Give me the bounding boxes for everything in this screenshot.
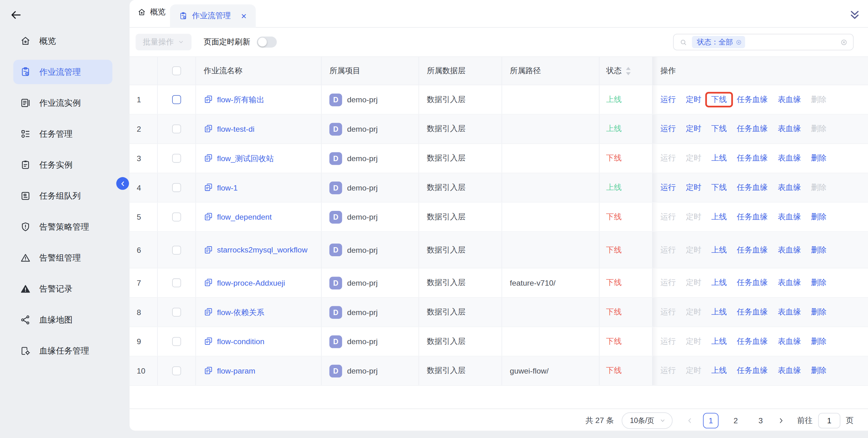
next-page-button[interactable] (777, 417, 785, 425)
page-size-select[interactable]: 10条/页 (622, 412, 673, 429)
action-offline[interactable]: 下线 (711, 95, 727, 103)
remove-filter-icon[interactable] (735, 38, 742, 46)
sidebar-item-task-group-queue[interactable]: 任务组队列 (13, 184, 112, 208)
double-chevron-down-icon[interactable] (848, 9, 861, 21)
workflow-name-link[interactable]: starrocks2mysql_workflow (217, 244, 308, 256)
action-schedule[interactable]: 定时 (686, 124, 702, 134)
row-checkbox[interactable] (172, 125, 181, 133)
action-table-lineage[interactable]: 表血缘 (778, 245, 801, 255)
action-online[interactable]: 上线 (711, 337, 727, 347)
action-task-lineage[interactable]: 任务血缘 (737, 337, 768, 347)
action-task-lineage[interactable]: 任务血缘 (737, 278, 768, 288)
doc-gear-icon (20, 345, 31, 356)
sidebar-item-workflow-management[interactable]: 作业流管理 (13, 60, 112, 84)
workflow-name-link[interactable]: flow-依赖关系 (217, 307, 265, 318)
row-checkbox[interactable] (172, 308, 181, 317)
action-offline[interactable]: 下线 (711, 124, 727, 134)
action-task-lineage[interactable]: 任务血缘 (737, 183, 768, 193)
sort-icon[interactable] (625, 66, 631, 75)
action-schedule: 定时 (686, 337, 702, 347)
tab-workflow-management[interactable]: 作业流管理 ✕ (170, 4, 256, 28)
workflow-name-link[interactable]: flow-param (217, 365, 256, 376)
workflow-name-link[interactable]: flow_dependent (217, 212, 272, 223)
header-index (129, 57, 158, 85)
page-button-2[interactable]: 2 (728, 413, 743, 429)
row-checkbox[interactable] (172, 212, 181, 221)
action-task-lineage[interactable]: 任务血缘 (737, 124, 768, 134)
auto-refresh-toggle[interactable] (257, 37, 277, 48)
action-delete[interactable]: 删除 (811, 153, 827, 163)
action-offline[interactable]: 下线 (711, 183, 727, 193)
search-input[interactable]: 状态：全部 (673, 34, 854, 51)
action-delete[interactable]: 删除 (811, 307, 827, 317)
sidebar-item-task-instances[interactable]: 任务实例 (13, 153, 112, 177)
action-table-lineage[interactable]: 表血缘 (778, 183, 801, 193)
workflow-name-link[interactable]: flow-test-di (217, 123, 255, 134)
workflow-name-link[interactable]: flow-proce-Addxueji (217, 277, 285, 288)
sidebar-item-overview[interactable]: 概览 (13, 29, 112, 53)
action-run[interactable]: 运行 (660, 183, 676, 193)
row-checkbox[interactable] (172, 183, 181, 192)
sidebar-item-workflow-instances[interactable]: 作业流实例 (13, 91, 112, 115)
row-checkbox[interactable] (172, 246, 181, 254)
clear-search-icon[interactable] (840, 38, 848, 46)
sidebar-collapse-button[interactable] (116, 177, 129, 190)
action-delete[interactable]: 删除 (811, 366, 827, 376)
action-delete[interactable]: 删除 (811, 245, 827, 255)
workflow-name-link[interactable]: flow-所有输出 (217, 94, 265, 105)
select-all-checkbox[interactable] (172, 66, 181, 75)
action-run[interactable]: 运行 (660, 124, 676, 134)
action-schedule[interactable]: 定时 (686, 183, 702, 193)
action-online[interactable]: 上线 (711, 307, 727, 317)
action-table-lineage[interactable]: 表血缘 (778, 278, 801, 288)
action-task-lineage[interactable]: 任务血缘 (737, 153, 768, 163)
action-delete[interactable]: 删除 (811, 212, 827, 222)
page-button-3[interactable]: 3 (753, 413, 769, 429)
action-task-lineage[interactable]: 任务血缘 (737, 245, 768, 255)
action-schedule[interactable]: 定时 (686, 95, 702, 105)
sidebar-item-lineage-map[interactable]: 血缘地图 (13, 308, 112, 332)
action-task-lineage[interactable]: 任务血缘 (737, 307, 768, 317)
row-checkbox[interactable] (172, 154, 181, 163)
sidebar-item-alert-records[interactable]: 告警记录 (13, 277, 112, 301)
row-checkbox[interactable] (172, 95, 181, 104)
prev-page-button[interactable] (686, 417, 694, 425)
row-checkbox[interactable] (172, 366, 181, 375)
action-delete[interactable]: 删除 (811, 337, 827, 347)
goto-page-input[interactable] (818, 413, 840, 429)
action-task-lineage[interactable]: 任务血缘 (737, 366, 768, 376)
chevron-down-icon (659, 417, 666, 424)
action-table-lineage[interactable]: 表血缘 (778, 153, 801, 163)
action-table-lineage[interactable]: 表血缘 (778, 366, 801, 376)
tab-overview[interactable]: 概览 (137, 7, 165, 17)
close-tab-icon[interactable]: ✕ (241, 12, 247, 20)
sidebar-item-alert-policy-management[interactable]: 告警策略管理 (13, 215, 112, 239)
action-online[interactable]: 上线 (711, 366, 727, 376)
status-filter-tag[interactable]: 状态：全部 (692, 36, 745, 48)
sidebar-item-lineage-task-management[interactable]: 血缘任务管理 (13, 339, 112, 363)
workflow-name-link[interactable]: flow_测试回收站 (217, 153, 274, 164)
action-table-lineage[interactable]: 表血缘 (778, 307, 801, 317)
sidebar-item-task-management[interactable]: 任务管理 (13, 122, 112, 146)
action-table-lineage[interactable]: 表血缘 (778, 95, 801, 105)
action-table-lineage[interactable]: 表血缘 (778, 124, 801, 134)
action-online[interactable]: 上线 (711, 153, 727, 163)
action-task-lineage[interactable]: 任务血缘 (737, 212, 768, 222)
action-table-lineage[interactable]: 表血缘 (778, 212, 801, 222)
sidebar-item-alert-group-management[interactable]: 告警组管理 (13, 246, 112, 270)
toggle-knob (258, 37, 267, 46)
page-button-1[interactable]: 1 (703, 413, 719, 429)
workflow-name-link[interactable]: flow-condition (217, 336, 265, 347)
row-index: 4 (129, 173, 158, 202)
action-online[interactable]: 上线 (711, 278, 727, 288)
action-online[interactable]: 上线 (711, 212, 727, 222)
action-delete[interactable]: 删除 (811, 278, 827, 288)
action-task-lineage[interactable]: 任务血缘 (737, 95, 768, 105)
action-run[interactable]: 运行 (660, 95, 676, 105)
row-checkbox[interactable] (172, 337, 181, 346)
workflow-name-link[interactable]: flow-1 (217, 182, 238, 193)
row-checkbox[interactable] (172, 278, 181, 287)
action-online[interactable]: 上线 (711, 245, 727, 255)
back-button[interactable] (9, 8, 23, 22)
action-table-lineage[interactable]: 表血缘 (778, 337, 801, 347)
